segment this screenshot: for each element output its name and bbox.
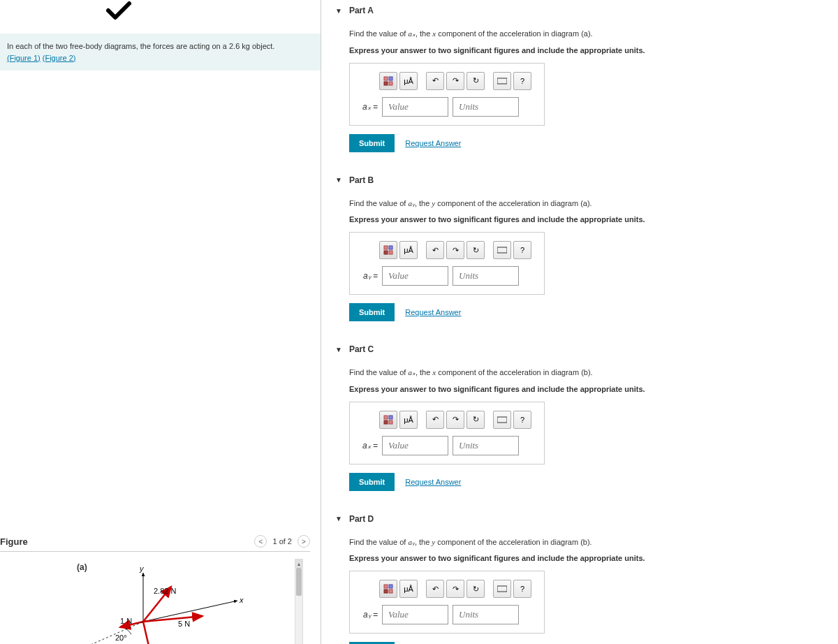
figure-prev-button[interactable]: < [254, 535, 267, 548]
svg-rect-33 [384, 590, 388, 593]
value-input[interactable] [382, 436, 448, 455]
free-body-diagram: (a) y x 2.82 N [77, 559, 286, 644]
svg-rect-18 [497, 78, 507, 84]
request-answer-link[interactable]: Request Answer [405, 308, 461, 316]
help-button[interactable]: ? [513, 580, 531, 598]
redo-button[interactable]: ↷ [446, 72, 464, 90]
svg-rect-35 [497, 586, 507, 592]
redo-button[interactable]: ↷ [446, 411, 464, 429]
reset-button[interactable]: ↻ [466, 241, 485, 259]
svg-rect-15 [389, 77, 392, 80]
value-input[interactable] [382, 266, 448, 286]
reset-button[interactable]: ↻ [466, 580, 485, 598]
templates-button[interactable] [379, 580, 397, 598]
variable-label: aᵧ = [358, 610, 378, 620]
collapse-icon: ▼ [335, 346, 342, 353]
symbols-button[interactable]: μÅ [399, 411, 418, 429]
part-b-description: Find the value of aᵧ, the y component of… [349, 198, 824, 210]
svg-text:5 N: 5 N [178, 620, 190, 628]
svg-text:2.82 N: 2.82 N [154, 587, 176, 595]
svg-rect-24 [389, 251, 392, 254]
help-button[interactable]: ? [513, 72, 531, 90]
collapse-icon: ▼ [335, 176, 342, 184]
value-input[interactable] [382, 605, 448, 624]
variable-label: aᵧ = [358, 271, 378, 281]
svg-rect-29 [389, 420, 392, 424]
figure-2-link[interactable]: (Figure 2) [43, 54, 76, 62]
collapse-icon: ▼ [335, 7, 342, 15]
symbols-button[interactable]: μÅ [399, 72, 418, 90]
request-answer-link[interactable]: Request Answer [405, 478, 461, 486]
figure-scrollbar[interactable]: ▴ ▾ [295, 559, 303, 644]
svg-rect-25 [497, 247, 507, 253]
svg-text:x: x [239, 596, 244, 604]
reset-button[interactable]: ↻ [466, 411, 485, 429]
units-input[interactable] [453, 266, 519, 286]
figure-title: Figure [0, 536, 28, 547]
collapse-icon: ▼ [335, 515, 342, 522]
part-a-header[interactable]: ▼ Part A [335, 0, 824, 21]
symbols-button[interactable]: μÅ [399, 241, 418, 259]
part-b-instructions: Express your answer to two significant f… [349, 215, 824, 224]
variable-label: aₓ = [358, 441, 378, 451]
svg-rect-14 [384, 77, 388, 80]
submit-button[interactable]: Submit [349, 134, 395, 152]
units-input[interactable] [453, 97, 519, 117]
symbols-button[interactable]: μÅ [399, 580, 418, 598]
svg-rect-26 [384, 416, 388, 419]
redo-button[interactable]: ↷ [446, 241, 464, 259]
value-input[interactable] [382, 97, 448, 117]
undo-button[interactable]: ↶ [426, 72, 444, 90]
units-input[interactable] [453, 436, 519, 455]
checkmark-icon [105, 0, 321, 23]
svg-line-10 [143, 622, 154, 644]
svg-rect-17 [389, 82, 392, 85]
figure-next-button[interactable]: > [297, 535, 310, 548]
help-button[interactable]: ? [513, 411, 531, 429]
part-a-description: Find the value of aₓ, the x component of… [349, 28, 824, 41]
part-c-instructions: Express your answer to two significant f… [349, 385, 824, 393]
svg-rect-16 [384, 82, 388, 85]
svg-rect-23 [384, 251, 388, 254]
units-input[interactable] [453, 605, 519, 624]
svg-text:20°: 20° [115, 634, 127, 642]
svg-rect-21 [384, 246, 388, 249]
part-c-description: Find the value of aₓ, the x component of… [349, 367, 824, 379]
svg-rect-28 [384, 420, 388, 424]
svg-rect-32 [389, 585, 392, 588]
templates-button[interactable] [379, 411, 397, 429]
part-d-instructions: Express your answer to two significant f… [349, 554, 824, 562]
svg-rect-31 [384, 585, 388, 588]
part-a-instructions: Express your answer to two significant f… [349, 46, 824, 54]
help-button[interactable]: ? [513, 241, 531, 259]
svg-line-8 [143, 616, 203, 622]
keyboard-button[interactable] [493, 241, 511, 259]
part-b-header[interactable]: ▼ Part B [335, 170, 824, 191]
keyboard-button[interactable] [493, 72, 511, 90]
svg-text:1 N: 1 N [120, 617, 132, 625]
request-answer-link[interactable]: Request Answer [405, 139, 461, 147]
svg-rect-22 [389, 246, 392, 249]
reset-button[interactable]: ↻ [466, 72, 485, 90]
figure-nav-text: 1 of 2 [272, 537, 292, 546]
submit-button[interactable]: Submit [349, 473, 395, 491]
part-c-header[interactable]: ▼ Part C [335, 339, 824, 360]
svg-rect-34 [389, 590, 392, 593]
templates-button[interactable] [379, 72, 397, 90]
submit-button[interactable]: Submit [349, 303, 395, 321]
variable-label: aₓ = [358, 102, 378, 112]
keyboard-button[interactable] [493, 580, 511, 598]
undo-button[interactable]: ↶ [426, 580, 444, 598]
undo-button[interactable]: ↶ [426, 411, 444, 429]
part-d-description: Find the value of aᵧ, the y component of… [349, 536, 824, 549]
problem-statement: In each of the two free-body diagrams, t… [0, 34, 321, 71]
keyboard-button[interactable] [493, 411, 511, 429]
figure-1-link[interactable]: (Figure 1) [7, 54, 41, 62]
part-d-header[interactable]: ▼ Part D [335, 508, 824, 529]
svg-text:y: y [139, 564, 145, 573]
redo-button[interactable]: ↷ [446, 580, 464, 598]
undo-button[interactable]: ↶ [426, 241, 444, 259]
templates-button[interactable] [379, 241, 397, 259]
svg-rect-30 [497, 417, 507, 423]
svg-rect-27 [389, 416, 392, 419]
